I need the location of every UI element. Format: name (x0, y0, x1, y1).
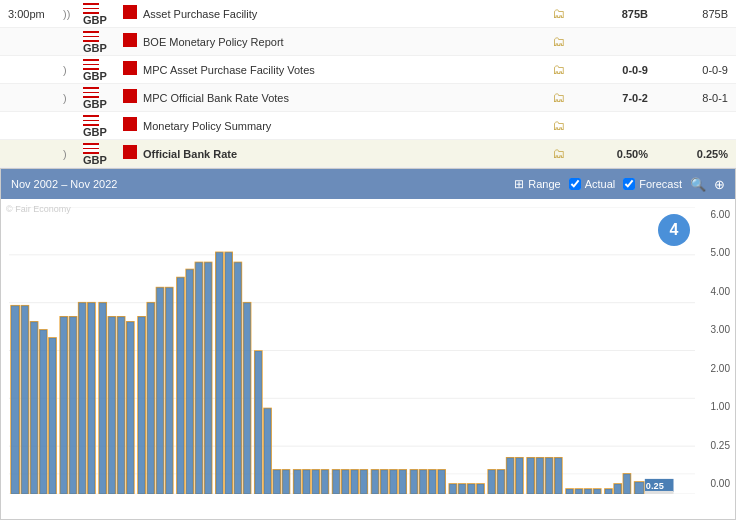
svg-rect-97 (438, 470, 445, 494)
svg-rect-17 (49, 338, 56, 494)
svg-rect-27 (99, 303, 106, 494)
data-badge: 4 (658, 214, 690, 246)
impact-red-icon (123, 117, 137, 131)
copyright-text: © Fair Economy (6, 204, 71, 214)
actual-value: 875B (568, 8, 648, 20)
detail-icon[interactable]: 🗂 (548, 34, 568, 49)
speaker-icon: ) (63, 92, 83, 104)
actual-control[interactable]: Actual (569, 178, 616, 190)
forecast-checkbox[interactable] (623, 178, 635, 190)
svg-rect-99 (449, 484, 456, 494)
svg-rect-37 (147, 303, 154, 494)
svg-rect-13 (31, 322, 38, 494)
chart-controls: ⊞ Range Actual Forecast 🔍 ⊕ (514, 177, 725, 192)
event-name: Asset Purchase Facility (143, 8, 548, 20)
y-label-025: 0.25 (695, 440, 730, 451)
svg-rect-95 (429, 470, 436, 494)
svg-rect-47 (195, 262, 202, 494)
currency: GBP (83, 57, 123, 82)
gbp-flag (83, 87, 99, 98)
svg-rect-81 (360, 470, 367, 494)
event-name: MPC Asset Purchase Facility Votes (143, 64, 548, 76)
svg-rect-15 (40, 330, 47, 494)
forecast-control[interactable]: Forecast (623, 178, 682, 190)
svg-rect-29 (108, 317, 115, 494)
svg-rect-83 (371, 470, 378, 494)
detail-icon[interactable]: 🗂 (548, 90, 568, 105)
range-control[interactable]: ⊞ Range (514, 177, 560, 191)
folder-icon[interactable]: 🗂 (552, 118, 565, 133)
y-label-5: 5.00 (695, 247, 730, 258)
detail-icon[interactable]: 🗂 (548, 118, 568, 133)
svg-rect-21 (69, 317, 76, 494)
svg-rect-89 (399, 470, 406, 494)
range-label: Range (528, 178, 560, 190)
svg-rect-133 (614, 484, 621, 494)
svg-rect-75 (333, 470, 340, 494)
detail-icon[interactable]: 🗂 (548, 146, 568, 161)
table-row: 3:00pm )) GBP Asset Purchase Facility 🗂 … (0, 0, 736, 28)
actual-value: 0.50% (568, 148, 648, 160)
forecast-value: 0.25% (648, 148, 728, 160)
svg-rect-43 (177, 277, 184, 494)
folder-icon[interactable]: 🗂 (552, 6, 565, 21)
chart-section: Nov 2002 – Nov 2022 ⊞ Range Actual Forec… (0, 168, 736, 520)
table-row: ) GBP Official Bank Rate 🗂 0.50% 0.25% (0, 140, 736, 168)
currency: GBP (83, 85, 123, 110)
svg-rect-57 (243, 303, 250, 494)
impact-indicator (123, 61, 143, 78)
svg-rect-65 (282, 470, 289, 494)
forecast-label: Forecast (639, 178, 682, 190)
folder-icon[interactable]: 🗂 (552, 90, 565, 105)
chart-svg: 0.25 0.00 2004 2006 2008 2010 2012 2014 … (9, 207, 695, 494)
actual-checkbox[interactable] (569, 178, 581, 190)
table-row: GBP BOE Monetary Policy Report 🗂 (0, 28, 736, 56)
svg-rect-109 (497, 470, 504, 494)
impact-red-icon (123, 5, 137, 19)
currency: GBP (83, 141, 123, 166)
folder-icon[interactable]: 🗂 (552, 146, 565, 161)
svg-rect-93 (420, 470, 427, 494)
currency: GBP (83, 1, 123, 26)
speaker-icon: )) (63, 8, 83, 20)
svg-rect-69 (303, 470, 310, 494)
impact-red-icon (123, 61, 137, 75)
svg-rect-59 (255, 351, 262, 494)
economic-calendar-table: 3:00pm )) GBP Asset Purchase Facility 🗂 … (0, 0, 736, 168)
svg-rect-73 (321, 470, 328, 494)
svg-rect-35 (138, 317, 145, 494)
search-icon[interactable]: 🔍 (690, 177, 706, 192)
folder-icon[interactable]: 🗂 (552, 62, 565, 77)
svg-rect-23 (79, 303, 86, 494)
svg-rect-33 (127, 322, 134, 494)
svg-rect-63 (273, 470, 280, 494)
gbp-flag (83, 115, 99, 126)
svg-rect-119 (546, 458, 553, 494)
svg-rect-45 (186, 269, 193, 494)
actual-label: Actual (585, 178, 616, 190)
zoom-icon[interactable]: ⊕ (714, 177, 725, 192)
y-label-0: 0.00 (695, 478, 730, 489)
svg-rect-51 (216, 252, 223, 494)
svg-rect-101 (458, 484, 465, 494)
svg-rect-131 (605, 489, 612, 494)
y-label-3: 3.00 (695, 324, 730, 335)
detail-icon[interactable]: 🗂 (548, 62, 568, 77)
chart-y-axis: 6.00 5.00 4.00 3.00 2.00 1.00 0.25 0.00 (695, 199, 735, 519)
folder-icon[interactable]: 🗂 (552, 34, 565, 49)
svg-rect-67 (294, 470, 301, 494)
impact-indicator (123, 117, 143, 134)
svg-rect-39 (156, 288, 163, 494)
detail-icon[interactable]: 🗂 (548, 6, 568, 21)
svg-rect-113 (516, 458, 523, 494)
y-label-4: 4.00 (695, 286, 730, 297)
svg-rect-41 (166, 288, 173, 494)
range-icon: ⊞ (514, 177, 524, 191)
svg-rect-55 (234, 262, 241, 494)
event-time: 3:00pm (8, 8, 63, 20)
chart-title: Nov 2002 – Nov 2022 (11, 178, 514, 190)
gbp-flag (83, 143, 99, 154)
svg-rect-135 (623, 474, 630, 494)
chart-header: Nov 2002 – Nov 2022 ⊞ Range Actual Forec… (1, 169, 735, 199)
impact-indicator (123, 5, 143, 22)
